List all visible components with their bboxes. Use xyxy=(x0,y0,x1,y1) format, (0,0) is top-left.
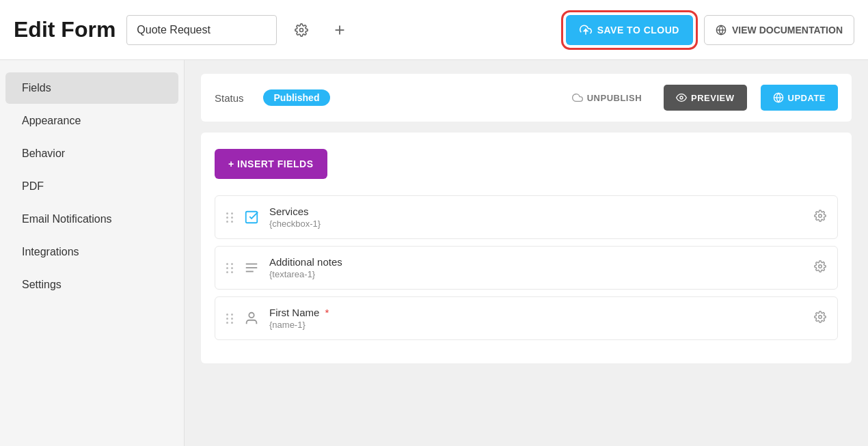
field-gear-button-services[interactable] xyxy=(814,210,826,225)
svg-point-14 xyxy=(249,313,254,318)
field-info-services: Services {checkbox-1} xyxy=(269,206,806,229)
status-bar: Status Published UNPUBLISH PREVIEW xyxy=(201,74,852,122)
field-info-first-name: First Name * {name-1} xyxy=(269,307,806,330)
sidebar: Fields Appearance Behavior PDF Email Not… xyxy=(0,60,185,446)
field-key: {checkbox-1} xyxy=(269,219,806,229)
field-name: Additional notes xyxy=(269,256,806,268)
eye-icon xyxy=(676,92,687,103)
update-button[interactable]: UPDATE xyxy=(761,85,838,111)
sidebar-item-email-notifications[interactable]: Email Notifications xyxy=(5,204,178,235)
page-title: Edit Form xyxy=(14,17,116,42)
field-gear-button-first-name[interactable] xyxy=(814,311,826,326)
required-indicator: * xyxy=(325,307,329,318)
sidebar-item-integrations[interactable]: Integrations xyxy=(5,236,178,268)
drag-handle[interactable] xyxy=(226,263,234,273)
field-key: {name-1} xyxy=(269,320,806,330)
published-badge: Published xyxy=(263,89,331,106)
field-row-services: Services {checkbox-1} xyxy=(215,195,838,239)
field-row-additional-notes: Additional notes {textarea-1} xyxy=(215,246,838,290)
textarea-icon xyxy=(242,258,261,277)
unpublish-button[interactable]: UNPUBLISH xyxy=(572,92,642,103)
drag-handle[interactable] xyxy=(226,212,234,223)
sidebar-item-settings[interactable]: Settings xyxy=(5,269,178,301)
svg-point-9 xyxy=(819,214,822,217)
checkbox-icon xyxy=(242,208,261,227)
field-name: Services xyxy=(269,206,806,217)
sidebar-item-appearance[interactable]: Appearance xyxy=(5,105,178,137)
svg-rect-8 xyxy=(246,212,258,223)
person-icon xyxy=(242,309,261,328)
svg-point-13 xyxy=(819,264,822,268)
sidebar-item-pdf[interactable]: PDF xyxy=(5,171,178,202)
preview-button[interactable]: PREVIEW xyxy=(664,85,746,111)
field-row-first-name: First Name * {name-1} xyxy=(215,296,838,340)
main-content: Status Published UNPUBLISH PREVIEW xyxy=(185,60,868,446)
save-to-cloud-button[interactable]: SAVE TO CLOUD xyxy=(566,15,693,45)
field-name: First Name * xyxy=(269,307,806,318)
add-icon-button[interactable] xyxy=(326,16,353,44)
insert-fields-button[interactable]: + INSERT FIELDS xyxy=(215,149,327,179)
settings-icon-button[interactable] xyxy=(288,16,315,44)
globe-icon xyxy=(716,25,727,36)
cloud-icon xyxy=(572,92,583,103)
sidebar-item-fields[interactable]: Fields xyxy=(5,72,178,104)
form-name-input[interactable] xyxy=(126,15,277,45)
sidebar-item-behavior[interactable]: Behavior xyxy=(5,138,178,169)
svg-point-0 xyxy=(300,28,303,31)
status-label: Status xyxy=(215,92,244,104)
view-documentation-button[interactable]: VIEW DOCUMENTATION xyxy=(704,15,854,45)
fields-area: + INSERT FIELDS xyxy=(201,133,852,363)
field-gear-button-notes[interactable] xyxy=(814,260,826,276)
drag-handle[interactable] xyxy=(226,313,234,324)
cloud-upload-icon xyxy=(580,24,592,36)
svg-point-15 xyxy=(819,315,822,318)
field-key: {textarea-1} xyxy=(269,269,806,279)
svg-point-5 xyxy=(680,96,683,99)
globe-update-icon xyxy=(773,92,784,103)
field-info-additional-notes: Additional notes {textarea-1} xyxy=(269,256,806,279)
